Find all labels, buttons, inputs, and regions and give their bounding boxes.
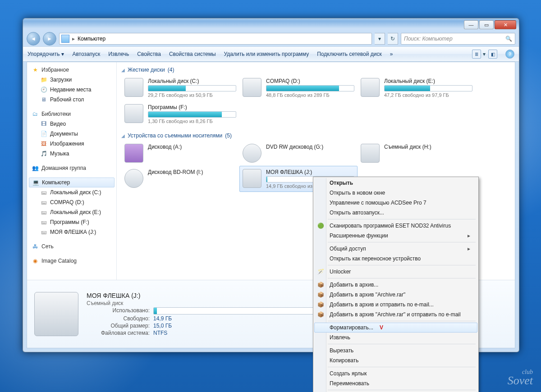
- hdd-icon: 🖴: [40, 219, 47, 226]
- titlebar[interactable]: — ▭ ✕: [23, 18, 519, 31]
- ctx-eject[interactable]: Извлечь: [314, 333, 477, 342]
- nav-pictures[interactable]: 🖼Изображения: [29, 139, 115, 149]
- hdd-icon: [361, 78, 380, 97]
- maximize-button[interactable]: ▭: [479, 20, 494, 29]
- ctx-rename[interactable]: Переименовать: [314, 378, 477, 388]
- space-bar: [266, 85, 354, 91]
- image-catalog[interactable]: ◉Image Catalog: [29, 256, 115, 266]
- ctx-acdsee[interactable]: Управление с помощью ACDSee Pro 7: [314, 198, 477, 208]
- section-removable[interactable]: ◢Устройства со съемными носителями (5): [121, 131, 510, 141]
- view-dropdown[interactable]: ▾: [483, 51, 486, 57]
- watermark: club Sovet: [508, 369, 533, 386]
- uninstall-button[interactable]: Удалить или изменить программу: [224, 51, 309, 57]
- ctx-format[interactable]: Форматировать...V: [314, 323, 477, 333]
- view-options-icon[interactable]: ≣: [472, 50, 481, 59]
- section-hdd[interactable]: ◢Жесткие диски (4): [121, 65, 510, 75]
- collapse-icon: ◢: [121, 68, 125, 73]
- drive-a[interactable]: Дисковод (A:): [121, 141, 239, 166]
- nav-drive-c[interactable]: 🖴Локальный диск (C:): [29, 187, 115, 197]
- organize-menu[interactable]: Упорядочить ▾: [28, 51, 64, 57]
- nav-desktop[interactable]: 🖥Рабочий стол: [29, 95, 115, 105]
- catalog-icon: ◉: [32, 257, 39, 264]
- autoplay-button[interactable]: Автозапуск: [72, 51, 100, 57]
- network-header[interactable]: 🖧Сеть: [29, 242, 115, 251]
- space-bar: [148, 85, 236, 91]
- details-subtitle: Съемный диск: [87, 300, 316, 306]
- system-properties-button[interactable]: Свойства системы: [169, 51, 216, 57]
- collapse-icon: ◢: [121, 133, 125, 138]
- drive-d[interactable]: COMPAQ (D:)48,8 ГБ свободно из 289 ГБ: [239, 75, 358, 101]
- nav-drive-f[interactable]: 🖴Программы (F:): [29, 217, 115, 227]
- map-drive-button[interactable]: Подключить сетевой диск: [317, 51, 381, 57]
- ctx-create-shortcut[interactable]: Создать ярлык: [314, 369, 477, 378]
- computer-header[interactable]: 💻Компьютер: [29, 178, 115, 187]
- refresh-button[interactable]: ↻: [388, 33, 398, 45]
- submenu-arrow-icon: ▸: [468, 246, 470, 252]
- ctx-share[interactable]: Общий доступ▸: [314, 244, 477, 254]
- address-bar[interactable]: ▸ Компьютер: [59, 33, 372, 45]
- winrar-icon: 📦: [317, 311, 324, 318]
- favorites-header[interactable]: ★Избранное: [29, 65, 115, 75]
- hdd-icon: [124, 104, 143, 123]
- drive-h[interactable]: Съемный диск (H:): [358, 141, 476, 166]
- close-button[interactable]: ✕: [495, 20, 516, 29]
- nav-recent[interactable]: 🕘Недавние места: [29, 85, 115, 95]
- hdd-icon: [124, 78, 143, 97]
- nav-videos[interactable]: 🎞Видео: [29, 119, 115, 129]
- nav-drive-j[interactable]: 🖴МОЯ ФЛЕШКА (J:): [29, 227, 115, 237]
- nav-drive-e[interactable]: 🖴Локальный диск (E:): [29, 207, 115, 217]
- ctx-rar-add-named[interactable]: 📦Добавить в архив "Archive.rar": [314, 290, 477, 300]
- ctx-advanced[interactable]: Расширенные функции▸: [314, 231, 477, 241]
- drive-e[interactable]: Локальный диск (E:)47,2 ГБ свободно из 9…: [358, 75, 476, 101]
- computer-icon: 💻: [32, 179, 39, 186]
- nav-documents[interactable]: 📄Документы: [29, 129, 115, 139]
- winrar-icon: 📦: [317, 281, 324, 288]
- minimize-button[interactable]: —: [464, 20, 478, 29]
- space-bar: [384, 85, 472, 91]
- dvd-icon: [243, 144, 261, 163]
- hdd-icon: 🖴: [40, 189, 47, 196]
- help-icon[interactable]: ?: [505, 50, 514, 59]
- properties-button[interactable]: Свойства: [137, 51, 161, 57]
- back-button[interactable]: ◄: [27, 32, 40, 46]
- ctx-rar-add[interactable]: 📦Добавить в архив...: [314, 280, 477, 290]
- submenu-arrow-icon: ▸: [468, 232, 470, 239]
- breadcrumb-separator: ▸: [72, 36, 75, 42]
- nav-music[interactable]: 🎵Музыка: [29, 149, 115, 159]
- toolbar-overflow[interactable]: »: [390, 51, 393, 57]
- ctx-autorun[interactable]: Открыть автозапуск...: [314, 208, 477, 218]
- homegroup-icon: 👥: [32, 164, 39, 172]
- search-box[interactable]: Поиск: Компьютер 🔍: [401, 33, 515, 45]
- ctx-eset-scan[interactable]: 🟢Сканировать программой ESET NOD32 Antiv…: [314, 221, 477, 231]
- search-placeholder: Поиск: Компьютер: [404, 36, 453, 42]
- pictures-icon: 🖼: [40, 140, 47, 147]
- forward-button[interactable]: ►: [43, 32, 56, 46]
- ctx-unlocker[interactable]: 🪄Unlocker: [314, 267, 477, 277]
- preview-pane-icon[interactable]: ◧: [488, 50, 497, 59]
- hdd-icon: 🖴: [40, 228, 47, 236]
- ctx-rar-named-email[interactable]: 📦Добавить в архив "Archive.rar" и отправ…: [314, 310, 477, 319]
- libraries-header[interactable]: 🗂Библиотеки: [29, 109, 115, 119]
- ctx-open-new-window[interactable]: Открыть в новом окне: [314, 188, 477, 198]
- address-dropdown[interactable]: ▾: [375, 33, 385, 45]
- drive-f[interactable]: Программы (F:)1,30 ГБ свободно из 8,26 Г…: [121, 101, 239, 127]
- homegroup-header[interactable]: 👥Домашняя группа: [29, 163, 115, 173]
- eset-icon: 🟢: [317, 222, 324, 229]
- address-text: Компьютер: [78, 36, 105, 42]
- drive-c[interactable]: Локальный диск (C:)29,2 ГБ свободно из 5…: [121, 75, 239, 101]
- star-icon: ★: [32, 66, 39, 73]
- ctx-copy[interactable]: Копировать: [314, 356, 477, 365]
- computer-icon: [61, 35, 69, 43]
- nav-drive-d[interactable]: 🖴COMPAQ (D:): [29, 197, 115, 207]
- ctx-portable[interactable]: Открыть как переносное устройство: [314, 254, 477, 264]
- nav-downloads[interactable]: 📁Загрузки: [29, 75, 115, 85]
- ctx-rar-email[interactable]: 📦Добавить в архив и отправить по e-mail.…: [314, 300, 477, 310]
- eject-button[interactable]: Извлечь: [108, 51, 129, 57]
- annotation-mark: V: [380, 324, 383, 331]
- removable-icon: [243, 169, 261, 188]
- ctx-cut[interactable]: Вырезать: [314, 346, 477, 356]
- ctx-open[interactable]: Открыть: [314, 178, 477, 188]
- toolbar: Упорядочить ▾ Автозапуск Извлечь Свойств…: [23, 46, 519, 62]
- drive-i[interactable]: Дисковод BD-ROM (I:): [121, 166, 239, 192]
- drive-g[interactable]: DVD RW дисковод (G:): [239, 141, 358, 166]
